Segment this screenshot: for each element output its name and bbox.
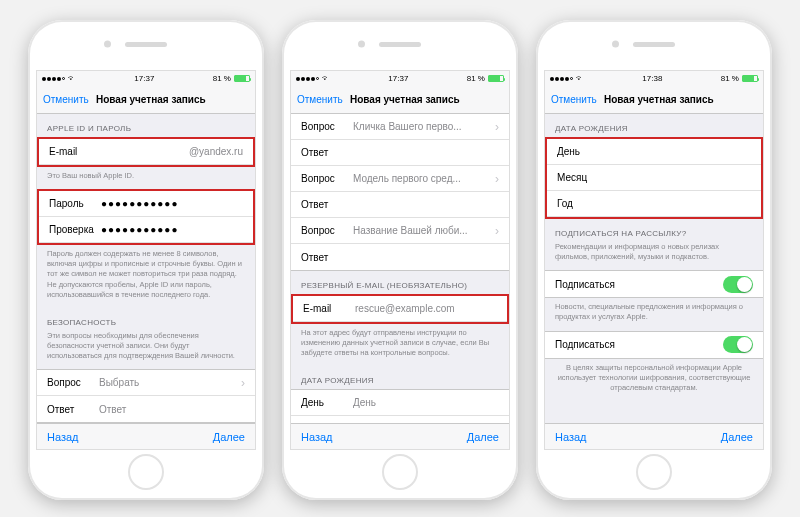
- question-3-row[interactable]: Вопрос Название Вашей люби... ›: [291, 218, 509, 244]
- back-button[interactable]: Назад: [555, 431, 587, 443]
- next-button[interactable]: Далее: [467, 431, 499, 443]
- wifi-icon: ᯤ: [322, 74, 330, 83]
- answer-label: Ответ: [301, 199, 353, 210]
- day-label: День: [557, 146, 609, 157]
- wifi-icon: ᯤ: [576, 74, 584, 83]
- dob-group: День День Месяц Месяц: [291, 389, 509, 423]
- wifi-icon: ᯤ: [68, 74, 76, 83]
- year-row[interactable]: Год: [547, 191, 761, 217]
- security-header: БЕЗОПАСНОСТЬ: [37, 308, 255, 331]
- email-note: Это Ваш новый Apple ID.: [37, 167, 255, 189]
- dob-header: ДАТА РОЖДЕНИЯ: [545, 114, 763, 137]
- security-group: Вопрос Выбрать › Ответ Ответ: [37, 369, 255, 423]
- rescue-email-header: РЕЗЕРВНЫЙ E-MAIL (НЕОБЯЗАТЕЛЬНО): [291, 271, 509, 294]
- section-apple-id-header: APPLE ID И ПАРОЛЬ: [37, 114, 255, 137]
- password-value: ●●●●●●●●●●●: [101, 198, 243, 209]
- answer-label: Ответ: [301, 252, 353, 263]
- dob-header: ДАТА РОЖДЕНИЯ: [291, 366, 509, 389]
- question-3-value: Название Вашей люби...: [353, 225, 491, 236]
- security-note: Эти вопросы необходимы для обеспечения б…: [37, 331, 255, 369]
- privacy-note: В целях защиты персональной информации A…: [545, 359, 763, 401]
- subscribe-note-2: Новости, специальные предложения и инфор…: [545, 298, 763, 330]
- status-bar: ᯤ 17:37 81 %: [37, 71, 255, 86]
- answer-3-row[interactable]: Ответ: [291, 244, 509, 270]
- chevron-right-icon: ›: [495, 120, 499, 134]
- email-group: E-mail @yandex.ru: [37, 137, 255, 167]
- chevron-right-icon: ›: [495, 224, 499, 238]
- subscribe-group-1: Подписаться: [545, 270, 763, 298]
- status-time: 17:37: [388, 74, 408, 83]
- screen-1: ᯤ 17:37 81 % Отменить Новая учетная запи…: [36, 70, 256, 450]
- rescue-email-row[interactable]: E-mail rescue@example.com: [293, 296, 507, 322]
- question-label: Вопрос: [301, 121, 353, 132]
- subscribe-label: Подписаться: [555, 279, 615, 290]
- status-time: 17:38: [642, 74, 662, 83]
- day-label: День: [301, 397, 353, 408]
- nav-title: Новая учетная запись: [53, 94, 249, 105]
- toolbar: Назад Далее: [37, 423, 255, 449]
- question-label: Вопрос: [301, 225, 353, 236]
- battery-percent: 81 %: [721, 74, 739, 83]
- toolbar: Назад Далее: [545, 423, 763, 449]
- chevron-right-icon: ›: [495, 172, 499, 186]
- screen-2: ᯤ 17:37 81 % Отменить Новая учетная запи…: [290, 70, 510, 450]
- answer-row[interactable]: Ответ Ответ: [37, 396, 255, 422]
- subscribe-note-1: Рекомендации и информация о новых релиза…: [545, 242, 763, 270]
- nav-bar: Отменить Новая учетная запись: [545, 86, 763, 114]
- verify-value: ●●●●●●●●●●●: [101, 224, 243, 235]
- year-label: Год: [557, 198, 609, 209]
- status-bar: ᯤ 17:37 81 %: [291, 71, 509, 86]
- day-value: День: [353, 397, 499, 408]
- answer-1-row[interactable]: Ответ: [291, 140, 509, 166]
- nav-bar: Отменить Новая учетная запись: [291, 86, 509, 114]
- question-row[interactable]: Вопрос Выбрать ›: [37, 370, 255, 396]
- month-label: Месяц: [557, 172, 609, 183]
- email-row[interactable]: E-mail @yandex.ru: [39, 139, 253, 165]
- answer-2-row[interactable]: Ответ: [291, 192, 509, 218]
- question-1-row[interactable]: Вопрос Кличка Вашего перво... ›: [291, 114, 509, 140]
- subscribe-row-2: Подписаться: [545, 332, 763, 358]
- battery-icon: [234, 75, 250, 82]
- rescue-email-group: E-mail rescue@example.com: [291, 294, 509, 324]
- day-row[interactable]: День: [547, 139, 761, 165]
- month-row[interactable]: Месяц Месяц: [291, 416, 509, 423]
- toolbar: Назад Далее: [291, 423, 509, 449]
- phone-3: ᯤ 17:38 81 % Отменить Новая учетная запи…: [536, 20, 772, 500]
- nav-title: Новая учетная запись: [307, 94, 503, 105]
- question-2-value: Модель первого сред...: [353, 173, 491, 184]
- answer-label: Ответ: [301, 147, 353, 158]
- status-time: 17:37: [134, 74, 154, 83]
- question-value: Выбрать: [99, 377, 237, 388]
- questions-group: Вопрос Кличка Вашего перво... › Ответ Во…: [291, 114, 509, 271]
- question-label: Вопрос: [47, 377, 99, 388]
- subscribe-header: ПОДПИСАТЬСЯ НА РАССЫЛКУ?: [545, 219, 763, 242]
- subscribe-toggle-1[interactable]: [723, 276, 753, 293]
- verify-label: Проверка: [49, 224, 101, 235]
- battery-percent: 81 %: [467, 74, 485, 83]
- next-button[interactable]: Далее: [213, 431, 245, 443]
- subscribe-group-2: Подписаться: [545, 331, 763, 359]
- back-button[interactable]: Назад: [47, 431, 79, 443]
- password-row[interactable]: Пароль ●●●●●●●●●●●: [39, 191, 253, 217]
- question-1-value: Кличка Вашего перво...: [353, 121, 491, 132]
- email-label: E-mail: [49, 146, 101, 157]
- status-bar: ᯤ 17:38 81 %: [545, 71, 763, 86]
- phone-1: ᯤ 17:37 81 % Отменить Новая учетная запи…: [28, 20, 264, 500]
- month-row[interactable]: Месяц: [547, 165, 761, 191]
- back-button[interactable]: Назад: [301, 431, 333, 443]
- subscribe-row-1: Подписаться: [545, 271, 763, 297]
- screen-3: ᯤ 17:38 81 % Отменить Новая учетная запи…: [544, 70, 764, 450]
- battery-icon: [742, 75, 758, 82]
- rescue-note: На этот адрес будут отправлены инструкци…: [291, 324, 509, 366]
- verify-row[interactable]: Проверка ●●●●●●●●●●●: [39, 217, 253, 243]
- rescue-email-label: E-mail: [303, 303, 355, 314]
- subscribe-label: Подписаться: [555, 339, 615, 350]
- signal-icon: [550, 77, 573, 81]
- question-2-row[interactable]: Вопрос Модель первого сред... ›: [291, 166, 509, 192]
- subscribe-toggle-2[interactable]: [723, 336, 753, 353]
- answer-value: Ответ: [99, 404, 245, 415]
- next-button[interactable]: Далее: [721, 431, 753, 443]
- dob-group: День Месяц Год: [545, 137, 763, 219]
- day-row[interactable]: День День: [291, 390, 509, 416]
- password-note: Пароль должен содержать не менее 8 симво…: [37, 245, 255, 308]
